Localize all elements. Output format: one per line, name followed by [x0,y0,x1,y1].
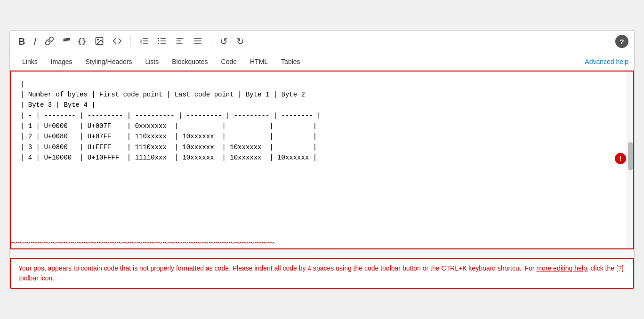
resize-handle[interactable]: · · · · · [10,249,634,258]
separator-2 [211,36,211,47]
advanced-help-link[interactable]: Advanced help [585,53,628,70]
tab-images[interactable]: Images [44,53,79,70]
tab-links[interactable]: Links [16,53,44,70]
separator-1 [130,36,131,47]
ordered-list-button[interactable]: 123 [137,34,152,49]
squiggly-decoration [11,241,627,247]
more-editing-help-link[interactable]: more editing help [536,264,587,272]
tab-blockquotes[interactable]: Blockquotes [165,53,214,70]
horizontal-rule-button[interactable] [190,34,205,49]
warning-bar: Your post appears to contain code that i… [10,258,634,289]
code-inline-button[interactable]: {} [75,36,89,47]
heading-button[interactable] [172,34,187,49]
svg-point-11 [158,38,160,39]
svg-text:3: 3 [140,41,142,44]
tab-styling-headers[interactable]: Styling/Headers [79,53,139,70]
error-icon[interactable]: ! [614,152,627,167]
tab-tables[interactable]: Tables [274,53,306,70]
bold-button[interactable]: B [16,35,28,48]
image-button[interactable] [92,34,107,49]
svg-point-13 [158,42,160,44]
help-tabs: Links Images Styling/Headers Lists Block… [10,53,634,71]
svg-point-1 [97,39,99,40]
editor-content[interactable]: | | Number of bytes | First code point |… [11,72,627,241]
scrollbar-thumb[interactable] [628,142,633,170]
blockquote-button[interactable]: ❝❞ [60,36,72,48]
scrollbar[interactable] [627,72,633,248]
redo-button[interactable]: ↻ [233,35,247,48]
undo-button[interactable]: ↺ [217,35,231,48]
tab-lists[interactable]: Lists [138,53,165,70]
link-button[interactable] [42,34,57,49]
tab-code[interactable]: Code [215,53,243,70]
italic-button[interactable]: I [31,35,39,48]
tab-html[interactable]: HTML [243,53,274,70]
svg-point-12 [158,40,160,41]
svg-text:!: ! [619,154,621,162]
code-block-button[interactable] [110,34,125,49]
editor-container: B I ❝❞ {} 123 ↺ ↻ ? Links [9,30,635,289]
warning-text: Your post appears to contain code that i… [18,264,536,272]
toolbar: B I ❝❞ {} 123 ↺ ↻ ? [10,31,634,53]
editor-area: | | Number of bytes | First code point |… [10,71,634,249]
warning-text-after: , click the [?] toolbar icon. [18,264,624,282]
help-button[interactable]: ? [615,35,628,48]
unordered-list-button[interactable] [154,34,169,49]
